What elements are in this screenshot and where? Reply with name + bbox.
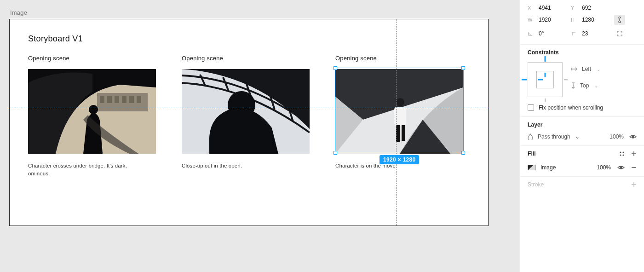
stroke-title: Stroke <box>528 181 544 188</box>
fill-swatch-icon[interactable] <box>528 165 536 170</box>
w-input[interactable] <box>539 17 564 23</box>
svg-rect-7 <box>137 96 141 103</box>
fill-entry[interactable]: Image <box>528 164 556 171</box>
plus-icon[interactable] <box>631 182 637 187</box>
independent-corners-icon[interactable] <box>614 29 625 39</box>
svg-point-29 <box>620 154 621 156</box>
eye-icon[interactable] <box>617 165 625 170</box>
dimensions-badge: 1920 × 1280 <box>380 155 419 164</box>
section-layer: Layer Pass through ⌄ 100% <box>520 117 644 146</box>
svg-point-8 <box>89 105 98 114</box>
svg-point-15 <box>228 91 255 119</box>
frame-title[interactable]: Storyboard V1 <box>28 34 470 44</box>
blend-mode-value: Pass through <box>538 133 570 140</box>
frame-storyboard[interactable]: Storyboard V1 Opening scene <box>9 19 489 226</box>
svg-point-33 <box>620 167 622 168</box>
inspector-panel: X Y W H <box>520 0 644 272</box>
fill-title: Fill <box>528 150 536 157</box>
frame-label[interactable]: Image <box>10 9 511 16</box>
w-label: W <box>528 17 534 23</box>
fix-position-label: Fix position when scrolling <box>539 104 603 111</box>
scene-image-2[interactable] <box>182 69 310 154</box>
section-fill: Fill Image 100% <box>520 146 644 177</box>
chevron-down-icon: ⌄ <box>594 83 598 88</box>
scene-caption[interactable]: Close-up out in the open. <box>182 162 297 170</box>
svg-point-18 <box>396 98 404 106</box>
svg-point-30 <box>622 154 624 156</box>
y-label: Y <box>571 5 577 11</box>
chevron-down-icon: ⌄ <box>597 67 600 72</box>
x-label: X <box>528 5 534 11</box>
constraints-widget[interactable] <box>528 62 563 97</box>
corner-icon <box>571 31 577 36</box>
corner-radius-input[interactable] <box>582 30 607 37</box>
constraint-vertical-select[interactable]: Top ⌄ <box>571 82 600 89</box>
fill-type-label: Image <box>540 164 556 171</box>
rotation-input[interactable] <box>539 30 564 37</box>
section-constraints: Constraints <box>520 45 644 117</box>
h-input[interactable] <box>582 17 607 23</box>
layer-title: Layer <box>528 122 637 128</box>
scenes-row: Opening scene <box>28 55 470 177</box>
angle-icon <box>528 31 534 36</box>
svg-rect-3 <box>107 96 112 103</box>
constraint-horizontal-select[interactable]: Left ⌄ <box>571 66 600 72</box>
fill-opacity-input[interactable]: 100% <box>597 164 611 171</box>
constraints-title: Constraints <box>528 49 637 56</box>
walking-figure-icon <box>335 69 463 154</box>
svg-point-28 <box>622 151 624 153</box>
blend-mode-select[interactable]: Pass through ⌄ <box>528 133 580 140</box>
scene-image-3-selected[interactable] <box>335 69 463 154</box>
svg-rect-6 <box>129 96 134 103</box>
scene-1[interactable]: Opening scene <box>28 55 156 177</box>
constraint-horizontal-value: Left <box>582 66 591 72</box>
scene-image-1[interactable] <box>28 69 156 154</box>
scene-2[interactable]: Opening scene <box>182 55 310 177</box>
scene-title[interactable]: Opening scene <box>335 55 463 62</box>
svg-rect-5 <box>122 96 126 103</box>
minus-icon[interactable] <box>631 165 637 170</box>
closeup-silhouette-icon <box>182 69 310 154</box>
section-stroke: Stroke <box>520 177 644 193</box>
svg-point-26 <box>632 136 634 138</box>
layer-opacity-input[interactable]: 100% <box>610 133 624 140</box>
arrow-vertical-icon <box>571 82 575 89</box>
section-transform: X Y W H <box>520 0 644 45</box>
y-input[interactable] <box>582 5 607 11</box>
link-dimensions-icon[interactable] <box>614 15 625 25</box>
x-input[interactable] <box>539 5 564 11</box>
svg-point-27 <box>620 151 621 153</box>
fix-position-checkbox[interactable] <box>528 104 534 111</box>
svg-rect-17 <box>394 107 406 126</box>
svg-rect-2 <box>100 96 104 103</box>
h-label: H <box>571 17 577 23</box>
bridge-silhouette-icon <box>28 69 156 154</box>
svg-rect-20 <box>402 125 405 141</box>
eye-icon[interactable] <box>629 134 637 139</box>
fix-position-checkbox-row[interactable]: Fix position when scrolling <box>528 104 637 111</box>
styles-icon[interactable] <box>619 151 625 156</box>
scene-title[interactable]: Opening scene <box>182 55 310 62</box>
app-root: Image Storyboard V1 Opening scene <box>0 0 644 272</box>
scene-3[interactable]: Opening scene <box>335 55 463 177</box>
scene-caption[interactable]: Character crosses under bridge. It's dar… <box>28 162 143 177</box>
constraint-vertical-value: Top <box>580 82 589 89</box>
plus-icon[interactable] <box>631 151 637 156</box>
chevron-down-icon: ⌄ <box>575 133 580 140</box>
droplet-icon <box>528 133 533 140</box>
svg-rect-4 <box>115 96 119 103</box>
arrow-horizontal-icon <box>571 67 577 71</box>
svg-rect-19 <box>396 125 400 142</box>
scene-title[interactable]: Opening scene <box>28 55 156 62</box>
canvas-area[interactable]: Image Storyboard V1 Opening scene <box>0 0 520 272</box>
